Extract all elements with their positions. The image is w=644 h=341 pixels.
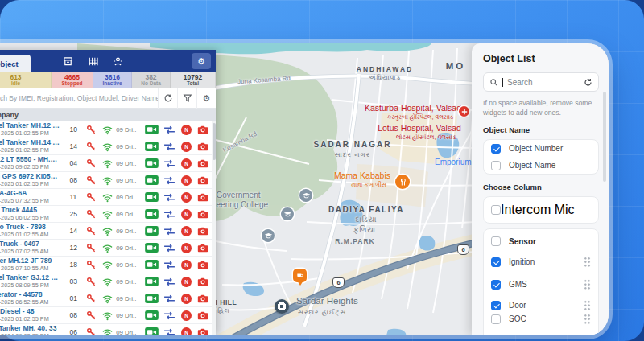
stat-total[interactable]: 10792 Total [171, 72, 216, 88]
cafe-pin-icon[interactable] [293, 269, 307, 282]
filter-funnel-icon[interactable] [177, 88, 196, 109]
stat-no-data[interactable]: 382 No Data [132, 72, 171, 88]
checkbox-intercom-mic[interactable] [491, 205, 501, 215]
location-marker-icon[interactable] [275, 299, 289, 314]
list-scrollbar[interactable] [212, 121, 216, 335]
archive-icon[interactable] [63, 56, 73, 67]
option-ignition[interactable]: Ignition [491, 257, 591, 267]
alert-circle-icon[interactable]: N [181, 260, 192, 270]
column-header-company[interactable]: Company [0, 109, 216, 121]
stat-inactive[interactable]: 3616 Inactive [93, 72, 132, 88]
checkbox-object-number[interactable] [491, 144, 501, 154]
alert-circle-icon[interactable]: N [181, 243, 192, 253]
data-transfer-icon[interactable] [161, 311, 178, 320]
snapshot-camera-icon[interactable] [195, 327, 212, 335]
alert-circle-icon[interactable]: N [181, 277, 192, 287]
data-transfer-icon[interactable] [161, 125, 178, 134]
drag-handle-icon[interactable] [584, 314, 591, 324]
alert-circle-icon[interactable]: N [181, 226, 192, 236]
settings-gear-button[interactable]: ⚙ [192, 53, 211, 69]
table-row[interactable]: Diesel Tanker MH.14 DM...22-07-2025 01:0… [0, 138, 212, 155]
option-door[interactable]: Door [491, 300, 591, 310]
snapshot-camera-icon[interactable] [195, 125, 212, 134]
checkbox-object-name[interactable] [491, 161, 501, 170]
checkbox-door[interactable] [491, 301, 501, 310]
education-poi-icon[interactable] [299, 189, 312, 202]
scrollbar-thumb[interactable] [213, 123, 216, 160]
option-object-number[interactable]: Object Number [484, 140, 598, 157]
video-camera-badge-icon[interactable] [142, 277, 161, 286]
video-camera-badge-icon[interactable] [142, 175, 161, 185]
table-row[interactable]: Diesel Tanker GJ.12 JA..20-04-2025 08:09… [0, 273, 212, 290]
video-camera-badge-icon[interactable] [142, 125, 161, 134]
stat-stopped[interactable]: 4665 Stopped [52, 72, 93, 88]
snapshot-camera-icon[interactable] [195, 158, 212, 168]
video-camera-badge-icon[interactable] [142, 158, 161, 168]
table-row[interactable]: MG - Truck 444521-05-2025 06:02:55 PM250… [0, 206, 212, 223]
video-camera-badge-icon[interactable] [142, 142, 161, 151]
data-transfer-icon[interactable] [161, 328, 178, 336]
alert-circle-icon[interactable]: N [181, 175, 192, 186]
snapshot-camera-icon[interactable] [195, 243, 212, 253]
video-camera-badge-icon[interactable] [142, 243, 161, 253]
snapshot-camera-icon[interactable] [195, 294, 212, 303]
table-row[interactable]: PQ - Diesel - 4810-04-2025 01:02:55 PM08… [0, 307, 212, 324]
drag-handle-icon[interactable] [584, 300, 591, 310]
table-row[interactable]: 4G-6A-4G-6A19-07-2025 07:32:55 PM1109 Dr… [0, 189, 212, 206]
video-camera-badge-icon[interactable] [142, 294, 161, 303]
object-search-input[interactable]: Search By IMEI, Registration, Object Mod… [0, 94, 158, 102]
alert-circle-icon[interactable]: N [181, 158, 192, 169]
snapshot-camera-icon[interactable] [195, 226, 212, 236]
snapshot-camera-icon[interactable] [195, 209, 212, 219]
table-row[interactable]: Tanker MH.12 JF 78927-04-2025 07:10:55 A… [0, 257, 212, 273]
gear-icon[interactable]: ⚙ [196, 88, 216, 109]
checkbox-gms[interactable] [491, 280, 501, 290]
snapshot-camera-icon[interactable] [195, 260, 212, 269]
checkbox-ignition[interactable] [491, 257, 501, 267]
data-transfer-icon[interactable] [161, 277, 178, 286]
video-camera-badge-icon[interactable] [142, 260, 161, 269]
table-row[interactable]: Generator - 4457815-04-2025 06:52:55 AM0… [0, 290, 212, 307]
alert-circle-icon[interactable]: N [181, 310, 192, 321]
alert-circle-icon[interactable]: N [181, 142, 192, 152]
intercom-mic-card[interactable]: Intercom Mic [483, 196, 599, 224]
checkbox-sensor[interactable] [491, 236, 501, 246]
video-camera-badge-icon[interactable] [142, 192, 161, 202]
education-poi-icon[interactable] [262, 229, 275, 242]
refresh-icon[interactable] [158, 88, 177, 109]
video-camera-badge-icon[interactable] [142, 310, 161, 320]
video-camera-badge-icon[interactable] [142, 327, 161, 335]
table-row[interactable]: PL - Tanker MH. 40. 3330-03-2024 09:02:3… [0, 324, 212, 335]
drag-handle-icon[interactable] [584, 279, 591, 290]
alert-circle-icon[interactable]: N [181, 209, 192, 220]
table-row[interactable]: Diesel Tanker MH.12 JF 7...21-07-2025 01… [0, 121, 212, 138]
driver-share-icon[interactable] [113, 56, 123, 67]
data-transfer-icon[interactable] [161, 227, 178, 236]
widget-search-input[interactable]: Search [483, 72, 599, 92]
table-row[interactable]: Mobi GPS 6972 KI057...21-07-2025 01:02:5… [0, 172, 212, 189]
data-transfer-icon[interactable] [161, 244, 178, 253]
table-row[interactable]: Milk Truck - 049730-04-2025 07:02:55 AM1… [0, 240, 212, 257]
snapshot-camera-icon[interactable] [195, 310, 212, 320]
option-sensor[interactable]: Sensor [491, 236, 591, 246]
data-transfer-icon[interactable] [161, 210, 178, 219]
data-transfer-icon[interactable] [161, 176, 178, 185]
table-row[interactable]: MH 12 LT 5550 - MH.12 JF 7...22-07-2025 … [0, 155, 212, 172]
snapshot-camera-icon[interactable] [195, 175, 212, 185]
option-object-name[interactable]: Object Name [484, 157, 598, 174]
column-grid-icon[interactable] [88, 56, 98, 67]
data-transfer-icon[interactable] [161, 294, 178, 303]
video-camera-badge-icon[interactable] [142, 209, 161, 219]
table-row[interactable]: Cargo Truck - 789805-05-2025 01:02:55 AM… [0, 223, 212, 240]
data-transfer-icon[interactable] [161, 159, 178, 168]
education-poi-icon[interactable] [281, 207, 294, 220]
alert-circle-icon[interactable]: N [181, 125, 192, 135]
option-soc[interactable]: SOC [491, 314, 591, 324]
alert-circle-icon[interactable]: N [181, 327, 192, 336]
restaurant-poi-icon[interactable] [395, 175, 410, 189]
snapshot-camera-icon[interactable] [195, 192, 212, 202]
data-transfer-icon[interactable] [161, 142, 178, 151]
alert-circle-icon[interactable]: N [181, 192, 192, 203]
alert-circle-icon[interactable]: N [181, 294, 192, 304]
panel-scrollbar[interactable] [603, 92, 606, 182]
